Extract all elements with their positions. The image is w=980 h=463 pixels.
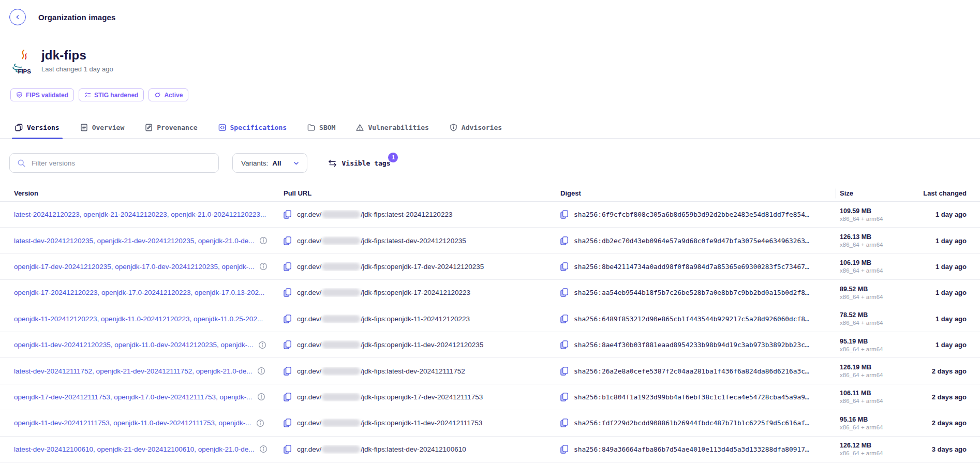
tab-vulnerabilities[interactable]: Vulnerabilities	[355, 124, 429, 138]
visible-tags-button[interactable]: Visible tags 1	[328, 159, 391, 167]
digest-value: sha256:6489f853212d90e865cb1f443544b9292…	[574, 315, 809, 323]
tab-advisories[interactable]: Advisories	[449, 124, 503, 138]
version-tags-link[interactable]: openjdk-11-dev-202412111753, openjdk-11.…	[14, 419, 251, 427]
copy-digest-button[interactable]	[560, 445, 568, 454]
size-cell: 106.19 MB x86_64 + arm64	[840, 259, 887, 274]
copy-digest-button[interactable]	[560, 367, 568, 376]
copy-pull-url-button[interactable]	[284, 419, 291, 427]
version-cell: openjdk-17-202412120223, openjdk-17.0-20…	[0, 289, 284, 297]
size-value: 126.12 MB	[840, 442, 887, 449]
pull-url-cell: cgr.dev//jdk-fips:openjdk-17-dev-2024121…	[284, 393, 560, 401]
copy-digest-button[interactable]	[560, 288, 568, 297]
copy-pull-url-button[interactable]	[284, 210, 291, 219]
badge-row: FIPS validated STIG hardened Active	[0, 75, 980, 101]
copy-pull-url-button[interactable]	[284, 367, 291, 376]
pull-url-suffix: /jdk-fips:openjdk-11-dev-202412120235	[361, 341, 483, 349]
redacted-org-blur	[322, 263, 360, 271]
copy-digest-button[interactable]	[560, 262, 568, 271]
version-cell: latest-202412120223, openjdk-21-20241212…	[0, 211, 284, 219]
pull-url-cell: cgr.dev//jdk-fips:openjdk-11-dev-2024121…	[284, 419, 560, 427]
versions-table: Version Pull URL Digest Size Last change…	[0, 185, 980, 462]
table-row: openjdk-11-dev-202412111753, openjdk-11.…	[0, 410, 980, 436]
version-tags-link[interactable]: openjdk-11-dev-202412120235, openjdk-11.…	[14, 341, 254, 349]
copy-digest-button[interactable]	[560, 210, 568, 219]
tab-sbom[interactable]: SBOM	[306, 124, 336, 138]
filter-versions-input[interactable]	[32, 159, 211, 167]
copy-digest-button[interactable]	[560, 419, 568, 427]
copy-pull-url-button[interactable]	[284, 340, 291, 349]
table-header: Version Pull URL Digest Size Last change…	[0, 185, 980, 202]
pull-url-cell: cgr.dev//jdk-fips:latest-dev-20241212023…	[284, 236, 560, 245]
copy-digest-button[interactable]	[560, 340, 568, 349]
copy-pull-url-button[interactable]	[284, 393, 291, 401]
copy-pull-url-button[interactable]	[284, 445, 291, 454]
pull-url-cell: cgr.dev//jdk-fips:openjdk-17-20241212022…	[284, 288, 560, 297]
pull-url-suffix: /jdk-fips:latest-202412120223	[361, 211, 452, 218]
search-box[interactable]	[9, 153, 219, 173]
version-tags-link[interactable]: latest-202412120223, openjdk-21-20241212…	[14, 211, 266, 218]
digest-cell: sha256:8be42114734a0add98f0f8a984d7a8536…	[560, 262, 840, 271]
specifications-icon	[218, 124, 226, 131]
copy-pull-url-button[interactable]	[284, 315, 291, 323]
architectures: x86_64 + arm64	[840, 346, 887, 352]
visible-tags-label: Visible tags	[342, 159, 391, 167]
version-tags-link[interactable]: latest-dev-202412111752, openjdk-21-dev-…	[14, 367, 253, 375]
column-header-last-changed: Last changed	[887, 189, 980, 197]
redacted-org-blur	[322, 341, 360, 349]
version-tags-link[interactable]: openjdk-17-dev-202412120235, openjdk-17.…	[14, 263, 255, 271]
version-cell: openjdk-11-dev-202412111753, openjdk-11.…	[0, 419, 284, 427]
copy-pull-url-button[interactable]	[284, 262, 291, 271]
table-row: latest-dev-202412100610, openjdk-21-dev-…	[0, 437, 980, 462]
organization-image-page: Organization images FIPS jdk-fips Last c…	[0, 0, 980, 463]
pull-url-cell: cgr.dev//jdk-fips:openjdk-11-dev-2024121…	[284, 340, 560, 349]
version-cell: openjdk-11-202412120223, openjdk-11.0-20…	[0, 315, 284, 323]
copy-pull-url-button[interactable]	[284, 288, 291, 297]
pull-url: cgr.dev//jdk-fips:latest-dev-20241212023…	[297, 237, 466, 245]
variants-label: Variants:	[241, 159, 268, 167]
redacted-org-blur	[322, 367, 360, 375]
table-row: openjdk-11-dev-202412120235, openjdk-11.…	[0, 332, 980, 358]
tab-specifications[interactable]: Specifications	[217, 124, 288, 138]
redacted-org-blur	[322, 289, 360, 296]
tab-overview[interactable]: Overview	[79, 124, 126, 138]
copy-digest-button[interactable]	[560, 315, 568, 323]
copy-pull-url-button[interactable]	[284, 236, 291, 245]
pull-url: cgr.dev//jdk-fips:latest-dev-20241210061…	[297, 445, 466, 453]
info-icon[interactable]	[256, 419, 264, 427]
digest-value: sha256:6f9cfcbf808c305a6b8d659b3d92d2bbe…	[574, 211, 809, 218]
variants-dropdown[interactable]: Variants: All	[232, 153, 307, 173]
tab-label: SBOM	[319, 124, 335, 131]
info-icon[interactable]	[259, 262, 268, 271]
pull-url-cell: cgr.dev//jdk-fips:latest-dev-20241211175…	[284, 367, 560, 376]
size-cell: 89.52 MB x86_64 + arm64	[840, 286, 887, 300]
redacted-org-blur	[322, 211, 360, 218]
version-tags-link[interactable]: latest-dev-202412120235, openjdk-21-dev-…	[14, 237, 255, 245]
info-icon[interactable]	[258, 341, 266, 349]
info-icon[interactable]	[257, 367, 265, 375]
last-changed-value: 1 day ago	[887, 263, 980, 271]
filter-row: Variants: All Visible tags 1	[0, 139, 980, 173]
version-tags-link[interactable]: latest-dev-202412100610, openjdk-21-dev-…	[14, 445, 255, 453]
version-cell: latest-dev-202412111752, openjdk-21-dev-…	[0, 367, 284, 375]
version-tags-link[interactable]: openjdk-17-202412120223, openjdk-17.0-20…	[14, 289, 264, 296]
copy-digest-button[interactable]	[560, 393, 568, 401]
table-row: latest-dev-202412120235, openjdk-21-dev-…	[0, 228, 980, 253]
info-icon[interactable]	[259, 445, 268, 453]
version-cell: openjdk-17-dev-202412111753, openjdk-17.…	[0, 393, 284, 401]
digest-cell: sha256:6f9cfcbf808c305a6b8d659b3d92d2bbe…	[560, 210, 840, 219]
pull-url: cgr.dev//jdk-fips:latest-202412120223	[297, 211, 452, 218]
info-icon[interactable]	[259, 236, 268, 245]
redacted-org-blur	[322, 445, 360, 453]
version-tags-link[interactable]: openjdk-11-202412120223, openjdk-11.0-20…	[14, 315, 263, 323]
tab-versions[interactable]: Versions	[14, 124, 61, 138]
tab-provenance[interactable]: Provenance	[144, 124, 198, 138]
info-icon[interactable]	[257, 393, 265, 401]
size-cell: 126.12 MB x86_64 + arm64	[840, 442, 887, 456]
version-tags-link[interactable]: openjdk-17-dev-202412111753, openjdk-17.…	[14, 393, 253, 401]
pull-url: cgr.dev//jdk-fips:openjdk-11-dev-2024121…	[297, 419, 482, 427]
pull-url-cell: cgr.dev//jdk-fips:openjdk-11-20241212022…	[284, 315, 560, 323]
copy-digest-button[interactable]	[560, 236, 568, 245]
pull-url: cgr.dev//jdk-fips:openjdk-11-20241212022…	[297, 315, 470, 323]
size-value: 126.13 MB	[840, 233, 887, 241]
back-button[interactable]	[9, 9, 26, 25]
